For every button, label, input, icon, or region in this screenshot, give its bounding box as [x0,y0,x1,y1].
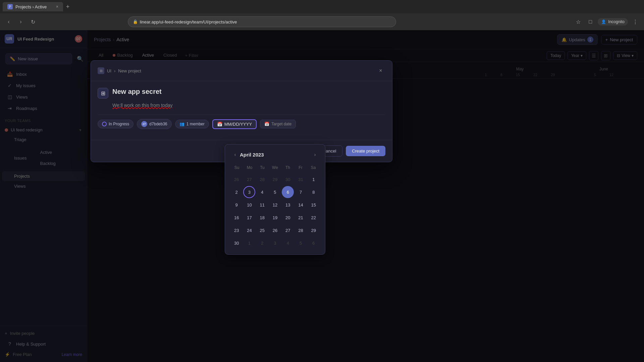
calendar-day[interactable]: 1 [243,237,255,249]
modal-breadcrumb: ⊞ UI › New project [98,67,373,74]
calendar-day[interactable]: 3 [269,237,281,249]
members-chip[interactable]: 👥 1 member [175,120,209,128]
calendar-day[interactable]: 30 [230,237,243,249]
calendar-prev-button[interactable]: ‹ [230,150,240,159]
calendar-grid: Su Mo Tu We Th Fr Sa 2627282930311234567… [230,164,320,249]
calendar-month-year: April 2023 [240,152,310,158]
calendar-day[interactable]: 4 [256,186,268,198]
modal-actions: In Progress d7 d7bdeb36 👥 1 member 📅 MM/… [98,115,385,133]
calendar-day[interactable]: 19 [269,212,281,224]
day-su: Su [230,164,243,171]
modal-breadcrumb-label: New project [118,68,141,73]
calendar-day[interactable]: 27 [282,224,294,236]
start-date-input[interactable]: 📅 MM/DD/YYYY [212,119,257,129]
calendar-day[interactable]: 29 [269,173,281,185]
member-avatar: d7 [141,121,147,127]
nav-right-controls: ☆ □ 👤 Incognito ⋮ [574,17,640,26]
calendar-days: 2627282930311234567891011121314151617181… [230,173,320,249]
calendar-day[interactable]: 21 [295,212,307,224]
calendar-day[interactable]: 3 [243,186,255,198]
calendar-day[interactable]: 26 [230,173,243,185]
calendar-day[interactable]: 28 [295,224,307,236]
day-mo: Mo [243,164,256,171]
calendar-day[interactable]: 9 [230,199,243,211]
target-date-icon: 📅 [264,122,269,126]
browser-nav-bar: ‹ › ↻ 🔒 linear.app/ui-feed-redesign/team… [0,13,644,30]
calendar-day[interactable]: 5 [269,186,281,198]
project-description: We;ll work on this from today [98,103,385,108]
modal-close-button[interactable]: × [376,66,385,75]
calendar-dropdown: ‹ April 2023 › Su Mo Tu We Th Fr Sa 2627… [225,144,325,255]
status-label: In Progress [109,122,129,126]
calendar-day[interactable]: 18 [256,212,268,224]
calendar-day[interactable]: 30 [282,173,294,185]
calendar-day[interactable]: 24 [243,224,255,236]
project-desc-text: We;ll work on this from today [112,103,172,108]
calendar-day[interactable]: 16 [230,212,243,224]
calendar-day[interactable]: 1 [308,173,320,185]
browser-chrome: P Projects › Active × + ‹ › ↻ 🔒 linear.a… [0,0,644,30]
tab-close-btn[interactable]: × [56,4,58,9]
menu-icon[interactable]: ⋮ [631,17,640,26]
modal-breadcrumb-team: UI [107,68,111,73]
day-sa: Sa [307,164,320,171]
member-hash: d7bdeb36 [149,122,167,126]
calendar-day[interactable]: 11 [256,199,268,211]
calendar-day[interactable]: 15 [308,199,320,211]
calendar-icon: 📅 [217,122,222,127]
url-text: linear.app/ui-feed-redesign/team/UI/proj… [140,19,237,24]
calendar-day[interactable]: 17 [243,212,255,224]
lock-icon: 🔒 [133,19,138,24]
calendar-day[interactable]: 25 [256,224,268,236]
tab-favicon: P [7,4,13,9]
new-tab-btn[interactable]: + [63,2,72,11]
forward-button[interactable]: › [16,17,25,26]
calendar-day[interactable]: 13 [282,199,294,211]
calendar-day[interactable]: 2 [256,237,268,249]
calendar-day[interactable]: 12 [269,199,281,211]
calendar-day-names: Su Mo Tu We Th Fr Sa [230,164,320,171]
extensions-icon[interactable]: □ [586,17,595,26]
calendar-day[interactable]: 7 [295,186,307,198]
bookmark-icon[interactable]: ☆ [574,17,583,26]
back-button[interactable]: ‹ [4,17,13,26]
address-bar[interactable]: 🔒 linear.app/ui-feed-redesign/team/UI/pr… [128,16,396,27]
calendar-day[interactable]: 2 [230,186,243,198]
day-th: Th [281,164,294,171]
calendar-next-button[interactable]: › [310,150,320,159]
status-chip[interactable]: In Progress [98,120,133,128]
create-project-button[interactable]: Create project [346,146,385,156]
calendar-day[interactable]: 8 [308,186,320,198]
account-label: Incognito [608,19,625,24]
refresh-button[interactable]: ↻ [28,17,38,26]
team-icon: ⊞ [98,67,104,74]
account-icon: 👤 [601,19,606,24]
calendar-day[interactable]: 10 [243,199,255,211]
account-button[interactable]: 👤 Incognito [598,18,628,25]
calendar-day[interactable]: 5 [295,237,307,249]
calendar-header: ‹ April 2023 › [230,150,320,159]
status-icon [102,122,107,126]
calendar-day[interactable]: 29 [308,224,320,236]
day-we: We [269,164,281,171]
member-chip[interactable]: d7 d7bdeb36 [137,119,171,129]
day-tu: Tu [256,164,269,171]
member-count: 1 member [186,122,205,126]
calendar-day[interactable]: 28 [256,173,268,185]
tab-title: Projects › Active [15,4,47,9]
calendar-day[interactable]: 14 [295,199,307,211]
calendar-day[interactable]: 20 [282,212,294,224]
active-tab[interactable]: P Projects › Active × [3,2,63,11]
calendar-day[interactable]: 22 [308,212,320,224]
calendar-day[interactable]: 4 [282,237,294,249]
project-title-row: ⊞ New app secret [98,88,385,99]
calendar-day[interactable]: 31 [295,173,307,185]
target-date-chip[interactable]: 📅 Target date [260,120,296,128]
date-placeholder: MM/DD/YYYY [224,122,252,127]
calendar-day[interactable]: 27 [243,173,255,185]
calendar-day[interactable]: 6 [308,237,320,249]
calendar-day[interactable]: 6 [282,186,294,198]
project-icon: ⊞ [98,88,108,99]
calendar-day[interactable]: 23 [230,224,243,236]
calendar-day[interactable]: 26 [269,224,281,236]
